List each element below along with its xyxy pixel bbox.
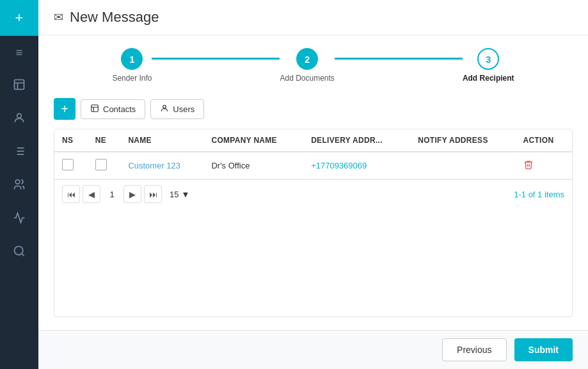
page-size-dropdown-icon[interactable]: ▼ — [181, 190, 189, 199]
recipients-table: NS NE NAME COMPANY NAME DELIVERY ADDR...… — [54, 129, 573, 317]
cell-ne — [88, 152, 121, 179]
page-title: New Message — [70, 9, 159, 26]
messages-icon: ≡ — [16, 46, 23, 60]
previous-button[interactable]: Previous — [442, 338, 506, 361]
sidebar-item-list[interactable] — [0, 136, 38, 169]
col-name: NAME — [120, 129, 203, 152]
sidebar-item-contacts[interactable] — [0, 69, 38, 102]
next-page-icon: ▶ — [129, 190, 136, 199]
submit-button[interactable]: Submit — [514, 338, 573, 361]
list-icon — [13, 145, 26, 161]
toolbar: + Contacts Users — [54, 98, 573, 120]
step-3-label: Add Recipient — [463, 74, 514, 83]
pagination: ⏮ ◀ 1 ▶ ⏭ 15 ▼ 1-1 of 1 items — [54, 179, 572, 208]
users-tab-label: Users — [173, 104, 195, 114]
content-area: 1 Sender Info 2 Add Documents 3 Add Reci… — [38, 35, 588, 330]
ns-checkbox[interactable] — [62, 159, 74, 170]
current-page: 1 — [103, 185, 121, 203]
last-page-button[interactable]: ⏭ — [144, 185, 162, 203]
first-page-button[interactable]: ⏮ — [62, 185, 80, 203]
step-3-circle: 3 — [477, 48, 499, 70]
stepper: 1 Sender Info 2 Add Documents 3 Add Reci… — [54, 48, 573, 83]
contacts-tab-icon — [90, 104, 99, 115]
step-2: 2 Add Documents — [280, 48, 334, 83]
svg-rect-0 — [15, 79, 24, 89]
footer: Previous Submit — [38, 330, 588, 369]
users-tab-icon — [160, 104, 169, 115]
cell-name: Customer 123 — [120, 152, 203, 179]
step-line-1 — [152, 58, 280, 60]
contacts-tab-label: Contacts — [103, 104, 136, 114]
prev-page-button[interactable]: ◀ — [83, 185, 100, 203]
sidebar-logo[interactable]: + — [0, 0, 38, 36]
step-1: 1 Sender Info — [112, 48, 152, 83]
ne-checkbox[interactable] — [95, 159, 107, 170]
sidebar-item-search[interactable] — [0, 236, 38, 269]
svg-point-8 — [15, 179, 20, 184]
analytics-icon — [13, 211, 26, 227]
delete-button[interactable] — [523, 160, 534, 172]
page-size-control: 15 ▼ — [170, 190, 189, 199]
page-size-value: 15 — [170, 190, 179, 199]
cell-company: Dr's Office — [203, 152, 303, 179]
sidebar: + ≡ — [0, 0, 38, 369]
cell-ns — [54, 152, 88, 179]
cell-action — [516, 152, 572, 179]
users-tab-button[interactable]: Users — [150, 99, 204, 119]
prev-page-icon: ◀ — [88, 190, 95, 199]
step-1-circle: 1 — [121, 48, 143, 70]
pagination-info: 1-1 of 1 items — [514, 190, 564, 199]
people-icon — [13, 111, 26, 127]
search-icon — [13, 245, 26, 261]
step-3: 3 Add Recipient — [463, 48, 514, 83]
sidebar-item-analytics[interactable] — [0, 202, 38, 236]
users-icon — [13, 178, 26, 194]
svg-point-12 — [163, 105, 166, 108]
last-page-icon: ⏭ — [149, 190, 157, 199]
page-header: ✉ New Message — [38, 0, 588, 35]
step-1-label: Sender Info — [112, 74, 152, 83]
step-line-2 — [335, 58, 463, 60]
cell-notify — [410, 152, 515, 179]
mail-icon: ✉ — [54, 10, 63, 24]
col-ns: NS — [54, 129, 88, 152]
cell-delivery: +17709369069 — [303, 152, 410, 179]
col-action: ACTION — [516, 129, 572, 152]
contact-icon — [13, 78, 26, 94]
svg-rect-11 — [91, 104, 99, 111]
svg-point-1 — [17, 113, 22, 118]
step-2-circle: 2 — [296, 48, 318, 70]
col-notify: NOTIFY ADDRESS — [410, 129, 515, 152]
contacts-tab-button[interactable]: Contacts — [81, 99, 145, 119]
svg-point-9 — [15, 246, 23, 254]
svg-line-10 — [22, 253, 24, 256]
table-row: Customer 123 Dr's Office +17709369069 — [54, 152, 572, 179]
add-icon: + — [61, 102, 68, 117]
sidebar-item-messages[interactable]: ≡ — [0, 36, 38, 69]
col-company: COMPANY NAME — [203, 129, 303, 152]
next-page-button[interactable]: ▶ — [123, 185, 141, 203]
main-panel: ✉ New Message 1 Sender Info 2 Add Docume… — [38, 0, 588, 369]
col-delivery: DELIVERY ADDR... — [303, 129, 410, 152]
col-ne: NE — [88, 129, 121, 152]
add-button[interactable]: + — [54, 98, 75, 120]
sidebar-item-people[interactable] — [0, 102, 38, 136]
plus-icon: + — [15, 10, 24, 26]
sidebar-item-users[interactable] — [0, 169, 38, 202]
first-page-icon: ⏮ — [67, 190, 75, 199]
step-2-label: Add Documents — [280, 74, 334, 83]
